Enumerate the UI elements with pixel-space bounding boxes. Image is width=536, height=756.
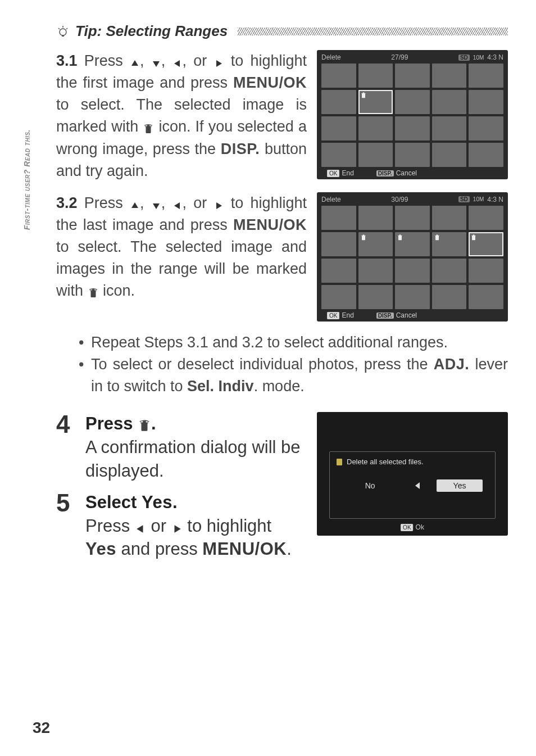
trash-mark-icon: [397, 234, 403, 241]
thumb-marked: [395, 232, 430, 256]
step-4-title-b: .: [151, 414, 156, 433]
ss1-cancel: Cancel: [396, 169, 417, 177]
sd-icon: SD: [458, 55, 470, 61]
t: Press: [84, 52, 130, 69]
ss1-title: Delete: [321, 53, 341, 61]
thumb: [321, 259, 356, 283]
thumb: [432, 259, 467, 283]
thumb: [395, 259, 430, 283]
sd-icon: SD: [458, 196, 470, 202]
thumb: [395, 90, 430, 114]
menu-ok-label: MENU/OK: [233, 216, 307, 233]
thumb-selected: [469, 232, 503, 256]
menu-ok-label: MENU/OK: [233, 74, 307, 91]
arrow-right-icon: [214, 59, 224, 68]
thumb: [432, 90, 467, 114]
thumb: [358, 143, 393, 167]
ss1-counter: 27/99: [391, 53, 408, 61]
sel-indiv-label: Sel. Indiv: [187, 378, 254, 395]
thumb-selected: [358, 90, 393, 114]
t: or: [146, 516, 171, 536]
bullet-1: Repeat Steps 3.1 and 3.2 to select addit…: [79, 332, 508, 354]
arrow-left-icon: [172, 201, 183, 210]
thumb: [432, 143, 467, 167]
step-3-2-text: 3.2 Press , , , or to highlight the last…: [56, 192, 307, 322]
thumb: [358, 259, 393, 283]
trash-icon: [138, 419, 151, 432]
thumb-marked: [358, 232, 393, 256]
t: to highlight: [183, 516, 272, 536]
thumb: [469, 259, 503, 283]
page-number: 32: [33, 719, 50, 737]
trash-mark-icon: [470, 234, 477, 241]
disp-label: DISP.: [221, 141, 260, 157]
thumb: [432, 285, 467, 309]
step-5-title-b: .: [172, 492, 178, 512]
step-5-num: 5: [56, 491, 75, 562]
bullet-2: To select or deselect individual photos,…: [79, 354, 508, 397]
ss2-counter: 30/99: [391, 196, 408, 203]
confirm-ok-label: Ok: [416, 523, 424, 531]
arrow-left-icon: [415, 482, 420, 489]
thumb: [469, 143, 503, 167]
ok-badge: OK: [327, 312, 339, 319]
thumb: [469, 90, 503, 114]
trash-icon: [88, 288, 99, 298]
tip-header: Tip: Selecting Ranges: [56, 22, 508, 40]
confirm-screenshot: Delete all selected files. No Yes OKOk: [317, 412, 508, 536]
yes-label: Yes: [85, 539, 116, 559]
confirm-message: Delete all selected files.: [347, 458, 488, 466]
arrow-left-icon: [135, 524, 146, 534]
disp-badge: DISP.: [376, 313, 394, 319]
arrow-left-icon: [172, 59, 183, 68]
thumb: [432, 64, 467, 88]
tip-title: Tip: Selecting Ranges: [75, 22, 228, 40]
step-3-2-row: 3.2 Press , , , or to highlight the last…: [56, 192, 508, 322]
trash-mark-icon: [360, 92, 367, 98]
confirm-yes: Yes: [437, 479, 483, 492]
ss1-end: End: [342, 169, 353, 177]
arrow-down-icon: [151, 201, 161, 210]
thumb: [321, 64, 356, 88]
bullet-list: Repeat Steps 3.1 and 3.2 to select addit…: [79, 332, 508, 397]
thumb: [395, 116, 430, 141]
thumb: [432, 206, 467, 230]
thumb: [358, 116, 393, 141]
step-5-title-a: Select: [85, 492, 142, 512]
arrow-right-icon: [171, 524, 183, 534]
arrow-right-icon: [214, 201, 224, 210]
thumb: [469, 116, 503, 141]
thumb: [395, 143, 430, 167]
tip-divider: [238, 28, 508, 35]
thumb: [321, 90, 356, 114]
ss2-title: Delete: [321, 196, 341, 203]
step-5-yes: Yes: [142, 492, 172, 512]
ok-badge: OK: [401, 524, 413, 531]
thumb: [358, 285, 393, 309]
thumb: [321, 285, 356, 309]
thumb: [321, 116, 356, 141]
ss2-end: End: [342, 311, 353, 319]
ss1-tenm: 10M: [473, 55, 484, 61]
disp-badge: DISP.: [376, 170, 394, 176]
step-3-1-row: 3.1 Press , , , or to highlight the firs…: [56, 50, 508, 182]
ss2-cancel: Cancel: [396, 311, 417, 319]
t: icon.: [99, 282, 135, 299]
step-3-2-num: 3.2: [56, 194, 78, 211]
trash-mark-icon: [360, 234, 367, 241]
thumb: [321, 232, 356, 256]
thumb: [469, 64, 503, 88]
screenshot-2: Delete 30/99 SD 10M 4:3 N OKEnd: [317, 192, 508, 322]
menu-ok-label: MENU/OK: [202, 539, 287, 559]
confirm-no: No: [342, 481, 398, 490]
thumb: [321, 143, 356, 167]
arrow-up-icon: [130, 59, 140, 68]
thumb: [358, 64, 393, 88]
t: . mode.: [254, 378, 305, 395]
thumb: [469, 206, 503, 230]
step-4-title-a: Press: [85, 414, 138, 433]
arrow-up-icon: [130, 201, 140, 210]
thumb: [395, 285, 430, 309]
ok-badge: OK: [327, 170, 339, 177]
t: .: [287, 539, 292, 559]
